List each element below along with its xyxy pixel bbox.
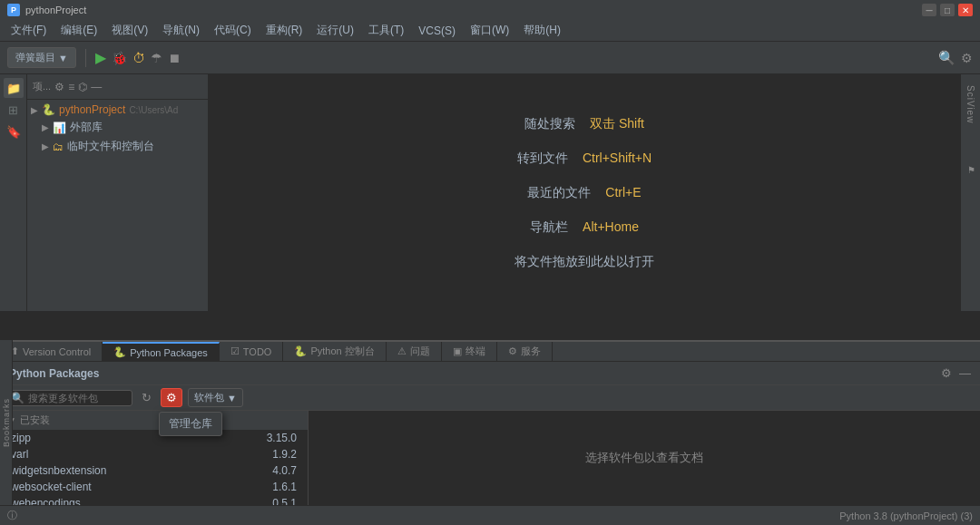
project-panel-header: 项... ⚙ ≡ ⌬ — [27, 74, 208, 100]
tab-python-packages-label: Python Packages [130, 347, 208, 358]
pkg-dropdown-chevron: ▼ [227, 393, 237, 403]
menu-navigate[interactable]: 导航(N) [155, 21, 207, 40]
tab-python-console[interactable]: 🐍 Python 控制台 [283, 342, 386, 361]
hint-navbar: 导航栏 Alt+Home [530, 219, 639, 236]
pkg-row-websocket-client[interactable]: websocket-client 1.6.1 [0, 479, 308, 495]
pkg-name-websocket-client: websocket-client [11, 481, 92, 493]
pkg-row-webencodings[interactable]: webencodings 0.5.1 [0, 495, 308, 505]
problems-tab[interactable]: ⚑ [964, 158, 977, 182]
filter-icon[interactable]: ⌬ [78, 81, 87, 93]
tab-python-packages[interactable]: 🐍 Python Packages [103, 342, 220, 361]
tab-services[interactable]: ⚙ 服务 [497, 342, 553, 361]
bookmarks-icon[interactable]: 🔖 [4, 122, 24, 141]
problems-icon: ⚠ [397, 345, 407, 357]
pkg-row-widgetsnbextension[interactable]: widgetsnbextension 4.0.7 [0, 462, 308, 479]
close-panel-icon[interactable]: — [91, 81, 102, 93]
pkg-row-zipp[interactable]: zipp 3.15.0 [0, 430, 308, 446]
pkg-version-zipp: 3.15.0 [267, 432, 297, 444]
toolbar: 弹簧题目 ▼ ▶ 🐞 ⏱ ☂ ⏹ 🔍 ⚙ [0, 42, 980, 74]
full-bottom-panel: ⬆ Version Control 🐍 Python Packages ☑ TO… [0, 340, 980, 505]
tree-item-external-libs[interactable]: ▶ 📊 外部库 [27, 118, 208, 137]
close-button[interactable]: ✕ [958, 4, 973, 16]
menu-window[interactable]: 窗口(W) [463, 21, 516, 40]
debug-button[interactable]: 🐞 [112, 51, 127, 65]
temp-folder-icon: 🗂 [53, 141, 64, 153]
menu-file[interactable]: 文件(F) [4, 21, 54, 40]
tab-version-control[interactable]: ⬆ Version Control [0, 342, 103, 361]
manage-repo-tooltip: 管理仓库 [159, 412, 222, 436]
tab-todo[interactable]: ☑ TODO [220, 342, 284, 361]
toolbar-separator [85, 49, 86, 67]
side-labels: Bookmarks [0, 340, 13, 505]
pkg-dropdown-label: 软件包 [194, 391, 224, 404]
hint-recent-action: 最近的文件 [527, 185, 591, 201]
profile-button[interactable]: ⏱ [132, 51, 145, 65]
tree-item-temp-files[interactable]: ▶ 🗂 临时文件和控制台 [27, 137, 208, 156]
structure-icon[interactable]: ⊞ [4, 100, 24, 120]
menu-refactor[interactable]: 重构(R) [259, 21, 310, 40]
pkg-list: ▼ 已安装 zipp 3.15.0 varl 1.9.2 widgetsnbex… [0, 411, 309, 505]
chevron-down-icon: ▼ [58, 53, 68, 63]
status-info-icon: ⓘ [7, 509, 17, 522]
pkg-installed-header[interactable]: ▼ 已安装 [0, 411, 308, 430]
tab-problems-label: 问题 [410, 345, 430, 358]
menu-vcs[interactable]: VCS(S) [411, 23, 463, 39]
pkg-search-box[interactable]: 🔍 [5, 390, 132, 406]
hint-recent-files: 最近的文件 Ctrl+E [527, 185, 641, 201]
menu-view[interactable]: 视图(V) [104, 21, 155, 40]
pkg-settings-icon[interactable]: ⚙ [941, 366, 952, 380]
bottom-nav-tabs: ⬆ Version Control 🐍 Python Packages ☑ TO… [0, 342, 980, 362]
search-icon: 🔍 [11, 392, 24, 404]
window-controls: ─ □ ✕ [922, 4, 973, 16]
python-console-icon: 🐍 [294, 345, 307, 357]
gear-icon[interactable]: ⚙ [54, 81, 64, 93]
project-view-icon[interactable]: 📁 [4, 78, 24, 98]
pkg-panel-header: Python Packages ⚙ — [0, 362, 980, 385]
coverage-button[interactable]: ☂ [151, 51, 162, 65]
reload-icon[interactable]: ↻ [138, 389, 155, 406]
pkg-version-widgetsnbextension: 4.0.7 [272, 464, 297, 477]
tree-arrow-icon: ▶ [42, 122, 49, 132]
minimize-button[interactable]: ─ [922, 4, 936, 16]
menu-run[interactable]: 运行(U) [309, 21, 361, 40]
status-right: Python 3.8 (pythonProject) (3) [839, 510, 973, 521]
manage-repo-button[interactable]: ⚙ [161, 388, 182, 407]
python-interpreter-status[interactable]: Python 3.8 (pythonProject) (3) [839, 510, 973, 521]
project-panel: 项... ⚙ ≡ ⌬ — ▶ 🐍 pythonProject C:\Users\… [27, 74, 209, 311]
hint-drag-drop: 将文件拖放到此处以打开 [514, 254, 654, 270]
menu-edit[interactable]: 编辑(E) [54, 21, 104, 40]
title-bar: P pythonProject ─ □ ✕ [0, 0, 980, 20]
pkg-hide-icon[interactable]: — [959, 366, 971, 380]
bookmarks-label[interactable]: Bookmarks [2, 398, 11, 447]
python-packages-icon: 🐍 [113, 346, 126, 358]
services-icon: ⚙ [508, 345, 517, 357]
search-everywhere-button[interactable]: 🔍 [938, 50, 956, 66]
maximize-button[interactable]: □ [940, 4, 955, 16]
menu-bar: 文件(F) 编辑(E) 视图(V) 导航(N) 代码(C) 重构(R) 运行(U… [0, 20, 980, 42]
hint-search-key: 双击 Shift [590, 116, 644, 132]
menu-tools[interactable]: 工具(T) [361, 21, 411, 40]
tab-terminal-label: 终端 [466, 345, 485, 358]
hint-goto-file: 转到文件 Ctrl+Shift+N [517, 151, 652, 167]
settings-button[interactable]: ⚙ [961, 51, 973, 65]
menu-help[interactable]: 帮助(H) [516, 21, 568, 40]
project-dropdown[interactable]: 弹簧题目 ▼ [7, 47, 76, 68]
pkg-row-varl[interactable]: varl 1.9.2 [0, 446, 308, 462]
stop-button[interactable]: ⏹ [168, 51, 181, 65]
tab-todo-label: TODO [243, 346, 272, 357]
pkg-search-input[interactable] [28, 393, 128, 403]
main-layout: 📁 ⊞ 🔖 项... ⚙ ≡ ⌬ — ▶ 🐍 pythonProject C:\… [0, 74, 980, 311]
tab-problems[interactable]: ⚠ 问题 [387, 342, 442, 361]
menu-code[interactable]: 代码(C) [207, 21, 259, 40]
hint-goto-key: Ctrl+Shift+N [583, 151, 652, 167]
run-button[interactable]: ▶ [95, 49, 106, 66]
pkg-type-dropdown[interactable]: 软件包 ▼ [188, 388, 243, 407]
collapse-all-icon[interactable]: ≡ [68, 81, 74, 93]
tab-terminal[interactable]: ▣ 终端 [442, 342, 497, 361]
toolbar-dropdown-label: 弹簧题目 [15, 51, 55, 64]
tree-item-project[interactable]: ▶ 🐍 pythonProject C:\Users\Ad [27, 102, 208, 118]
toolbar-right: 🔍 ⚙ [938, 50, 973, 66]
sciview-tab[interactable]: SciView [964, 78, 977, 131]
manage-repo-container: ⚙ 管理仓库 [161, 388, 182, 407]
tab-services-label: 服务 [521, 345, 541, 358]
